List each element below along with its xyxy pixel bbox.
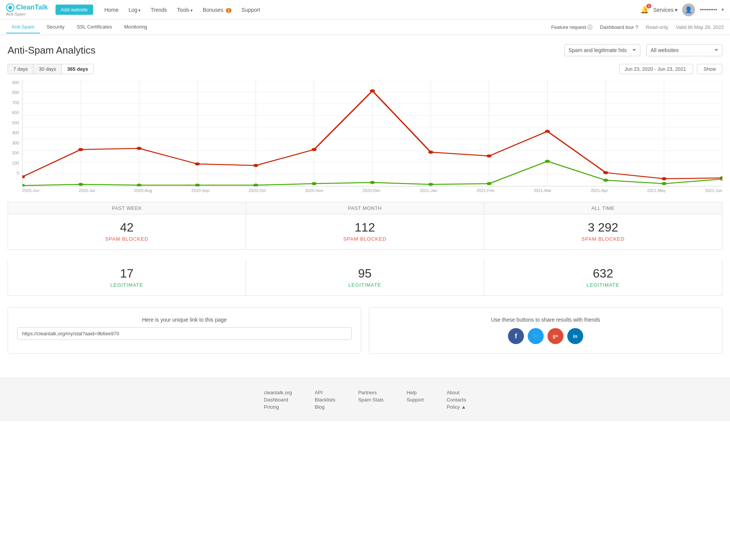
y-label-100: 100 (8, 161, 19, 165)
x-label-10: 2021-Apr (591, 188, 608, 193)
feature-request-link[interactable]: Feature request (551, 24, 592, 31)
stat-all-time-spam-count: 3 292 (492, 221, 714, 235)
x-label-11: 2021-May (647, 188, 666, 193)
footer-dashboard[interactable]: Dashboard (264, 397, 288, 403)
tab-security[interactable]: Security (41, 21, 70, 33)
user-dropdown-arrow[interactable]: ▾ (722, 7, 724, 12)
legit-dot-8 (487, 182, 492, 185)
footer-policy[interactable]: Policy ▲ (447, 404, 466, 410)
stat-all-time-spam: ALL TIME 3 292 SPAM BLOCKED (484, 202, 722, 249)
twitter-share-button[interactable]: 🐦 (528, 328, 544, 344)
x-label-1: 2020-Jul (79, 188, 95, 193)
x-label-5: 2020-Nov (305, 188, 323, 193)
legit-dot-3 (195, 184, 200, 187)
unique-link-box: Here is your unique link to this page (8, 307, 361, 354)
linkedin-share-button[interactable]: in (567, 328, 583, 344)
legit-dot-6 (370, 181, 375, 184)
stat-past-week-legit-count: 17 (16, 267, 238, 281)
show-button[interactable]: Show (697, 64, 722, 74)
brand-name: CleanTalk (6, 3, 48, 12)
spam-dot-6 (370, 89, 375, 92)
x-label-7: 2021-Jan (420, 188, 437, 193)
period-30days[interactable]: 30 days (33, 64, 62, 74)
stat-all-time-legit: 632 LEGITIMATE (484, 259, 722, 295)
stat-past-week-legit: 17 LEGITIMATE (8, 259, 246, 295)
sub-navigation: Anti-Spam Security SSL Certificates Moni… (0, 20, 730, 35)
valid-till-label: Valid till May 29, 2022 (676, 24, 724, 30)
footer-blog[interactable]: Blog (315, 404, 325, 410)
y-label-400: 400 (8, 130, 19, 135)
dashboard-tour-link[interactable]: Dashboard tour (600, 24, 638, 30)
x-label-3: 2020-Sep (191, 188, 209, 193)
stat-past-month-legit-count: 95 (254, 267, 476, 281)
stat-past-month-spam-label[interactable]: SPAM BLOCKED (254, 236, 476, 242)
tab-ssl-certificates[interactable]: SSL Certificates (71, 21, 117, 33)
x-label-12: 2021-Jun (705, 188, 722, 193)
website-filter-dropdown[interactable]: All websites (646, 44, 722, 56)
stat-past-month-legit-label[interactable]: LEGITIMATE (254, 282, 476, 288)
add-website-button[interactable]: Add website (56, 5, 93, 15)
googleplus-share-button[interactable]: g+ (548, 328, 563, 344)
footer-pricing[interactable]: Pricing (264, 404, 279, 410)
top-navigation: CleanTalk Anti-Spam Add website Home Log… (0, 0, 730, 20)
stat-all-time-label: ALL TIME (484, 202, 722, 214)
type-filter-dropdown[interactable]: Spam and legitimate hits Spam only Legit… (564, 44, 640, 56)
legit-dot-2 (136, 184, 141, 187)
stat-past-week-spam-count: 42 (16, 221, 238, 235)
svg-point-1 (8, 6, 12, 10)
footer-links: cleantalk.org Dashboard Pricing API Blac… (8, 390, 722, 410)
legit-dot-1 (78, 183, 83, 186)
nav-trends[interactable]: Trends (147, 5, 171, 15)
user-name: •••••••••• (700, 7, 717, 13)
footer-partners[interactable]: Partners (358, 390, 377, 395)
link-box-title: Here is your unique link to this page (17, 317, 352, 323)
footer-col-4: Help Support (406, 390, 424, 410)
tab-monitoring[interactable]: Monitoring (119, 21, 152, 33)
analytics-header: Anti-Spam Analytics Spam and legitimate … (8, 44, 722, 56)
footer-spam-stats[interactable]: Spam Stats (358, 397, 384, 403)
stat-past-month-spam-count: 112 (254, 221, 476, 235)
stat-all-time-legit-label[interactable]: LEGITIMATE (492, 282, 714, 288)
nav-tools[interactable]: Tools (173, 5, 197, 15)
sub-tabs: Anti-Spam Security SSL Certificates Moni… (6, 21, 551, 33)
x-label-0: 2020-Jun (22, 188, 40, 193)
nav-bonuses[interactable]: Bonuses 1 (199, 5, 235, 15)
facebook-share-button[interactable]: f (508, 328, 524, 344)
x-label-8: 2021-Feb (476, 188, 494, 193)
footer-cleantalk[interactable]: cleantalk.org (264, 390, 292, 395)
notifications-bell[interactable]: 🔔 9 (640, 6, 649, 14)
period-365days[interactable]: 365 days (62, 64, 94, 74)
footer-api[interactable]: API (315, 390, 323, 395)
nav-home[interactable]: Home (101, 5, 122, 15)
footer-help[interactable]: Help (406, 390, 417, 395)
footer-col-3: Partners Spam Stats (358, 390, 384, 410)
y-label-200: 200 (8, 151, 19, 155)
page-title: Anti-Spam Analytics (8, 44, 558, 56)
legit-dot-5 (311, 182, 316, 185)
legit-dot-11 (662, 182, 667, 185)
spam-dot-9 (545, 130, 550, 133)
footer-about[interactable]: About (447, 390, 460, 395)
stat-past-week-spam-label[interactable]: SPAM BLOCKED (16, 236, 238, 242)
stat-past-week-legit-label[interactable]: LEGITIMATE (16, 282, 238, 288)
avatar[interactable]: 👤 (682, 3, 695, 16)
period-7days[interactable]: 7 days (8, 64, 33, 74)
stat-all-time-spam-label[interactable]: SPAM BLOCKED (492, 236, 714, 242)
spam-dot-3 (195, 162, 200, 165)
chart-svg (22, 80, 722, 187)
footer-contacts[interactable]: Contacts (447, 397, 466, 403)
x-label-2: 2020-Aug (134, 188, 152, 193)
footer-blacklists[interactable]: Blacklists (315, 397, 335, 403)
y-label-900: 900 (8, 80, 19, 85)
nav-support[interactable]: Support (238, 5, 264, 15)
tab-antispam[interactable]: Anti-Spam (6, 21, 40, 33)
nav-log[interactable]: Log (125, 5, 144, 15)
footer: cleantalk.org Dashboard Pricing API Blac… (0, 378, 730, 421)
unique-link-input[interactable] (17, 327, 352, 340)
footer-support[interactable]: Support (406, 397, 424, 403)
legit-dot-7 (428, 183, 433, 186)
date-range-input[interactable] (619, 64, 693, 74)
social-buttons-group: f 🐦 g+ in (378, 328, 713, 344)
services-button[interactable]: Services (653, 7, 678, 13)
spam-dot-5 (311, 148, 316, 151)
